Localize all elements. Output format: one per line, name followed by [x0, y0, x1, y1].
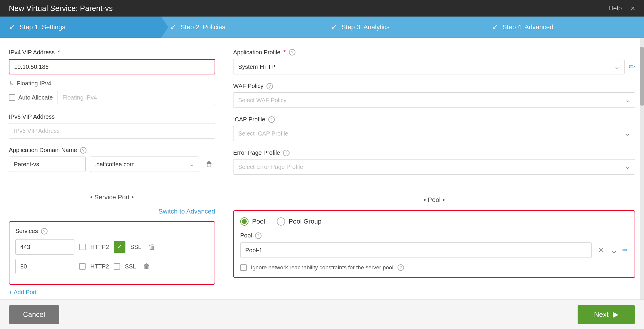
service-row-80: HTTP2 SSL 🗑 — [15, 259, 209, 274]
pool-section-title: Pool — [233, 196, 635, 204]
domain-suffix-chevron-icon: ⌄ — [189, 160, 194, 168]
app-domain-label: Application Domain Name ? — [9, 147, 215, 154]
tab-step4[interactable]: ✓ Step 4: Advanced — [483, 17, 644, 38]
domain-name-input[interactable] — [9, 157, 86, 172]
ignore-help-icon[interactable]: ? — [398, 264, 404, 271]
error-page-chevron-icon: ⌄ — [625, 163, 630, 171]
app-profile-required-star: * — [283, 48, 286, 56]
steps-bar: ✓ Step 1: Settings ✓ Step 2: Policies ✓ … — [0, 17, 644, 38]
error-page-select[interactable]: Select Error Page Profile ⌄ — [233, 159, 635, 175]
app-profile-select[interactable]: System-HTTP ⌄ — [233, 59, 625, 74]
waf-policy-label: WAF Policy ? — [233, 83, 635, 89]
pool-section-divider — [233, 189, 635, 189]
pool-edit-icon[interactable]: ✏ — [622, 246, 628, 255]
app-domain-field-group: Application Domain Name ? .halfcoffee.co… — [9, 147, 215, 172]
app-profile-help-icon[interactable]: ? — [289, 49, 295, 56]
error-page-field-group: Error Page Profile ? Select Error Page P… — [233, 149, 635, 175]
domain-delete-icon[interactable]: 🗑 — [203, 158, 215, 171]
ipv4-input[interactable] — [9, 59, 215, 74]
left-panel: IPv4 VIP Address * ↳ Floating IPv4 Auto … — [0, 38, 224, 299]
service-port-title: Service Port — [9, 193, 215, 201]
close-button[interactable]: × — [631, 4, 635, 13]
delete-service-443-icon[interactable]: 🗑 — [146, 240, 158, 253]
waf-policy-select[interactable]: Select WAF Policy ⌄ — [233, 92, 635, 108]
tab-step1[interactable]: ✓ Step 1: Settings — [0, 17, 161, 38]
icap-profile-label: ICAP Profile ? — [233, 116, 635, 123]
cancel-button[interactable]: Cancel — [9, 305, 59, 324]
ignore-row: Ignore network reachability constraints … — [240, 264, 628, 271]
scrollbar-thumb[interactable] — [640, 47, 644, 106]
pool-radio-row: Pool Pool Group — [240, 217, 628, 226]
pool-option-label: Pool — [252, 218, 265, 225]
waf-policy-chevron-icon: ⌄ — [625, 96, 630, 104]
pool-chevron-icon[interactable]: ⌄ — [611, 245, 617, 255]
auto-allocate-checkbox[interactable] — [9, 94, 15, 101]
next-button[interactable]: Next ▶ — [578, 305, 635, 324]
ignore-checkbox[interactable] — [240, 264, 247, 271]
http2-checkbox-443[interactable] — [79, 244, 86, 250]
waf-policy-field-group: WAF Policy ? Select WAF Policy ⌄ — [233, 83, 635, 108]
services-box: Services ? HTTP2 ✓ SSL 🗑 HTTP2 — [9, 221, 215, 285]
delete-service-80-icon[interactable]: 🗑 — [141, 260, 153, 273]
icap-profile-chevron-icon: ⌄ — [625, 130, 630, 137]
app-domain-help-icon[interactable]: ? — [80, 147, 86, 154]
ipv6-input[interactable] — [9, 123, 215, 139]
ipv4-field-group: IPv4 VIP Address * — [9, 48, 215, 74]
pool-input[interactable] — [240, 242, 592, 258]
services-help-icon[interactable]: ? — [41, 228, 48, 234]
app-profile-label: Application Profile * ? — [233, 48, 635, 56]
app-profile-field-group: Application Profile * ? System-HTTP ⌄ ✏ — [233, 48, 635, 74]
ssl-label-80: SSL — [125, 263, 136, 270]
bottom-bar: Cancel Next ▶ — [0, 299, 644, 329]
pool-help-icon[interactable]: ? — [255, 232, 261, 239]
tab-step2[interactable]: ✓ Step 2: Policies — [161, 17, 322, 38]
waf-policy-help-icon[interactable]: ? — [267, 83, 273, 89]
http2-label-80: HTTP2 — [90, 263, 109, 270]
pool-box: Pool Pool Group Pool ? ✕ ⌄ ✏ — [233, 210, 635, 278]
pool-radio-label[interactable]: Pool — [240, 217, 265, 226]
floating-ipv4-section: ↳ Floating IPv4 Auto Allocate — [9, 80, 215, 105]
pool-group-radio-button[interactable] — [277, 217, 285, 226]
http2-checkbox-80[interactable] — [79, 263, 86, 270]
pool-input-row: ✕ ⌄ ✏ — [240, 242, 628, 258]
domain-suffix-select[interactable]: .halfcoffee.com ⌄ — [90, 157, 199, 172]
section-divider — [9, 186, 215, 186]
ssl-label-443: SSL — [130, 244, 141, 250]
step4-label: Step 4: Advanced — [503, 23, 553, 31]
title-bar-actions: Help × — [609, 4, 635, 13]
step3-label: Step 3: Analytics — [341, 23, 390, 31]
ssl-checkbox-443[interactable]: ✓ — [114, 241, 125, 253]
ipv4-label: IPv4 VIP Address * — [9, 48, 215, 56]
switch-advanced-link[interactable]: Switch to Advanced — [158, 208, 215, 215]
step2-check-icon: ✓ — [170, 23, 176, 32]
ssl-checkbox-80[interactable] — [114, 263, 120, 270]
icap-profile-placeholder: Select ICAP Profile — [238, 130, 288, 137]
app-profile-value: System-HTTP — [238, 63, 275, 70]
domain-suffix-value: .halfcoffee.com — [95, 161, 135, 168]
pool-radio-button[interactable] — [240, 217, 249, 226]
error-page-label: Error Page Profile ? — [233, 149, 635, 156]
error-page-help-icon[interactable]: ? — [283, 150, 290, 156]
floating-ipv4-input[interactable] — [58, 90, 215, 105]
floating-ipv4-row: Auto Allocate — [9, 90, 215, 105]
icap-profile-help-icon[interactable]: ? — [268, 116, 275, 123]
auto-allocate-label[interactable]: Auto Allocate — [9, 94, 53, 101]
right-panel: Application Profile * ? System-HTTP ⌄ ✏ … — [224, 38, 644, 299]
port-input-80[interactable] — [15, 259, 74, 274]
add-port-link[interactable]: + Add Port — [9, 289, 215, 296]
pool-clear-icon[interactable]: ✕ — [596, 244, 607, 257]
icap-profile-field-group: ICAP Profile ? Select ICAP Profile ⌄ — [233, 116, 635, 141]
app-profile-edit-icon[interactable]: ✏ — [629, 62, 635, 71]
ipv4-required-star: * — [58, 48, 60, 56]
pool-group-radio-label[interactable]: Pool Group — [277, 217, 321, 226]
help-button[interactable]: Help — [609, 4, 622, 12]
scrollbar-track[interactable] — [640, 38, 644, 299]
tab-step3[interactable]: ✓ Step 3: Analytics — [322, 17, 483, 38]
icap-profile-select[interactable]: Select ICAP Profile ⌄ — [233, 126, 635, 141]
step3-arrow — [483, 17, 490, 38]
services-label: Services ? — [15, 228, 209, 234]
port-input-443[interactable] — [15, 239, 74, 255]
title-bar: New Virtual Service: Parent-vs Help × — [0, 0, 644, 17]
step1-check-icon: ✓ — [9, 23, 15, 32]
floating-arrow-icon: ↳ — [9, 80, 14, 87]
